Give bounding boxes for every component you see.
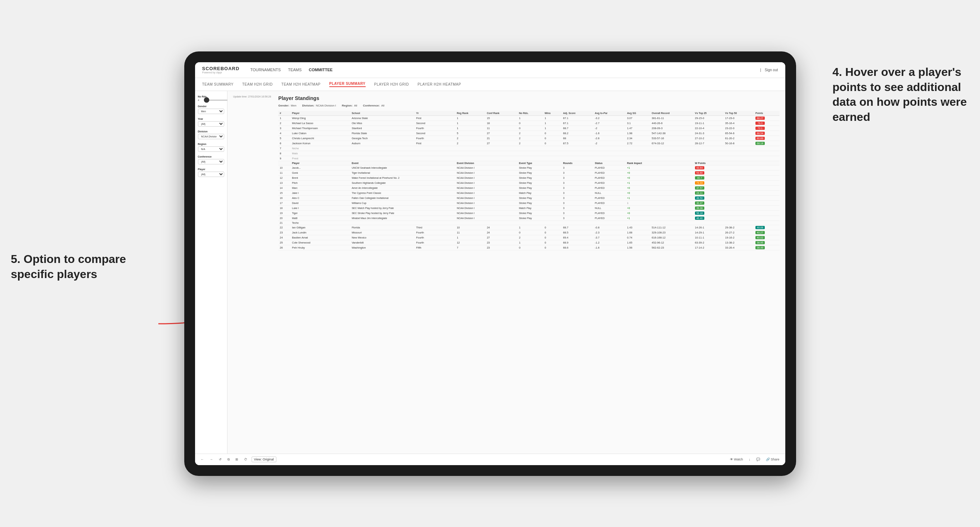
cell-points: 38.49 <box>754 245 780 250</box>
cell-conf-rank: 11 <box>485 125 517 130</box>
cell-no-rds: 2 <box>517 130 543 136</box>
table-row[interactable]: 1 Wenyi Ding Arizona State First 1 15 1 … <box>278 116 779 121</box>
table-row[interactable]: 26 Petr Hruby Washington Fifth 7 23 0 0 … <box>278 245 779 250</box>
exp-rounds: 3 <box>562 210 593 216</box>
cell-reg-rank: 1 <box>455 125 485 130</box>
gender-select[interactable]: Men Women All <box>198 109 224 114</box>
points-badge[interactable]: 40.27 <box>756 231 765 234</box>
points-badge[interactable]: 88.54 <box>756 132 765 135</box>
toolbar-copy[interactable]: ⧉ <box>226 457 231 462</box>
w-points-badge[interactable]: 48.50 <box>695 197 704 200</box>
expanded-table-row[interactable]: 15 Jake I The Cypress Point Classic NCAA… <box>278 190 779 195</box>
cell-vs50: 29-38-2 <box>724 225 754 230</box>
nav-teams[interactable]: TEAMS <box>288 66 302 73</box>
expanded-table-row[interactable]: 18 Luke I SEC Match Play hosted by Jerry… <box>278 205 779 210</box>
points-badge[interactable]: 72.1 <box>756 127 765 130</box>
toolbar-chat[interactable]: 💬 <box>755 457 762 462</box>
w-points-badge[interactable]: 39.38 <box>695 206 704 210</box>
w-points-badge[interactable]: 40.7 <box>695 176 704 179</box>
expanded-table-row[interactable]: 11 Gonk Tiger Invitational NCAA Division… <box>278 170 779 175</box>
cell-vs50: 65-54-6 <box>724 130 754 136</box>
cell-reg-rank: 11 <box>455 230 485 235</box>
w-points-badge[interactable]: 73.33 <box>695 181 704 184</box>
region-select[interactable]: N/A <box>198 146 224 152</box>
toolbar-refresh[interactable]: ↺ <box>217 457 223 462</box>
cell-wins: 0 <box>543 136 562 141</box>
table-row[interactable]: 22 Ian Gilligan Florida Third 10 24 1 0 … <box>278 225 779 230</box>
cell-points: 72.1 <box>754 125 780 130</box>
division-select[interactable]: NCAA Division I <box>198 134 224 139</box>
w-points-badge[interactable]: 46.40 <box>695 217 704 220</box>
toolbar-clock[interactable]: ⏱ <box>243 457 249 462</box>
toolbar-view[interactable]: View: Original <box>251 457 277 462</box>
table-row[interactable]: 24 Bastien Amat New Mexico Fourth 1 27 2… <box>278 235 779 240</box>
expanded-table-row[interactable]: 17 David Williams Cup NCAA Division I St… <box>278 200 779 205</box>
expanded-table-row[interactable]: 21 Techo <box>278 221 779 225</box>
points-badge[interactable]: 40.02 <box>756 236 765 239</box>
year-select[interactable]: (All) <box>198 121 224 127</box>
table-row[interactable]: 2 Michael La Sasso Ole Miss Second 1 18 … <box>278 121 779 125</box>
points-badge[interactable]: 48.68 <box>756 226 765 229</box>
points-badge[interactable]: 78.3 <box>756 122 765 125</box>
expanded-table-row[interactable]: 20 Mattl Mirabel Maui Jim Intercollegiat… <box>278 216 779 221</box>
table-row[interactable]: 9Prest <box>278 156 779 161</box>
cell-player: Jack Lundin <box>290 230 350 235</box>
nav-committee[interactable]: COMMITTEE <box>309 66 332 73</box>
exp-type: Stroke Play <box>517 185 562 190</box>
w-points-badge[interactable]: 43.64 <box>695 166 704 170</box>
table-row[interactable]: 23 Jack Lundin Missouri Fourth 11 24 0 0… <box>278 230 779 235</box>
table-row[interactable]: 7Niche <box>278 146 779 151</box>
nav-tournaments[interactable]: TOURNAMENTS <box>250 66 281 73</box>
toolbar-link[interactable]: ⊞ <box>234 457 240 462</box>
w-points-badge[interactable]: 56.18 <box>695 211 704 215</box>
subnav-team-h2h-heatmap[interactable]: TEAM H2H HEATMAP <box>282 83 321 86</box>
points-badge[interactable]: 38.95 <box>756 241 765 244</box>
expanded-table-row[interactable]: 14 Marc Amer An Intercollegiate NCAA Div… <box>278 185 779 190</box>
subnav-player-summary[interactable]: PLAYER SUMMARY <box>329 82 366 87</box>
sidebar-region-label: Region <box>198 143 224 145</box>
expanded-table-row[interactable]: 16 Alex C Fallen Oak Collegiate Invitati… <box>278 195 779 200</box>
exp-rank: 13 <box>278 180 290 185</box>
toolbar-share[interactable]: 🔗 Share <box>764 457 781 462</box>
exp-status: NULL <box>593 205 625 210</box>
subnav-team-h2h-grid[interactable]: TEAM H2H GRID <box>242 83 273 86</box>
table-row[interactable]: 8Mats <box>278 151 779 156</box>
exp-player: Jacob... <box>290 165 350 170</box>
exp-rounds: 3 <box>562 170 593 175</box>
table-row[interactable]: 4 Luke Claton Florida State Second 5 27 … <box>278 130 779 136</box>
toolbar-back[interactable]: ← <box>199 457 205 462</box>
cell-no-rds: 1 <box>517 225 543 230</box>
expanded-table-row[interactable]: 12 Brent Wake Forest Invitational at Pin… <box>278 175 779 180</box>
expanded-table-row[interactable]: 19 Tiger SEC Stroke Play hosted by Jerry… <box>278 210 779 216</box>
subnav-team-summary[interactable]: TEAM SUMMARY <box>202 83 234 86</box>
subnav-player-h2h-heatmap[interactable]: PLAYER H2H HEATMAP <box>417 83 461 86</box>
table-row[interactable]: 6 Jackson Koirun Auburn First 2 27 2 0 8… <box>278 141 779 146</box>
player-select[interactable]: (All) <box>198 171 224 177</box>
table-row[interactable]: 5 Christo Lamprecht Georgia Tech Fourth … <box>278 136 779 141</box>
points-badge[interactable]: 88.27 <box>756 117 765 120</box>
points-badge[interactable]: 80.89 <box>756 137 765 140</box>
exp-rounds: 3 <box>562 185 593 190</box>
sidebar-region: Region N/A <box>198 143 224 152</box>
toolbar-forward[interactable]: → <box>208 457 215 462</box>
subnav-player-h2h-grid[interactable]: PLAYER H2H GRID <box>374 83 409 86</box>
table-row[interactable]: 25 Cole Sherwood Vanderbilt Fourth 12 23… <box>278 240 779 245</box>
exp-rank: 18 <box>278 205 290 210</box>
w-points-badge[interactable]: 37.57 <box>695 186 704 190</box>
expanded-table-row[interactable]: 10 Jacob... UNCW Seahawk Intercollegiate… <box>278 165 779 170</box>
points-badge[interactable]: 68.18 <box>756 142 765 145</box>
conference-select[interactable]: (All) <box>198 159 224 164</box>
table-row[interactable]: 3 Michael Thorbjornsen Stanford Fourth 1… <box>278 125 779 130</box>
cell-overall: 562-62-23 <box>650 245 694 250</box>
expanded-table-row[interactable]: 13 Pitch Southern Highlands Collegiate N… <box>278 180 779 185</box>
toolbar-watch[interactable]: 👁 Watch <box>729 457 745 462</box>
w-points-badge[interactable]: 24.11 <box>695 191 704 195</box>
w-points-badge[interactable]: 53.60 <box>695 171 704 175</box>
toolbar-download[interactable]: ↓ <box>747 457 752 462</box>
points-badge[interactable]: 38.49 <box>756 246 765 249</box>
cell-vs25: 29-15-0 <box>694 116 724 121</box>
cell-avg-to-par: -1.6 <box>593 245 625 250</box>
w-points-badge[interactable]: 30.47 <box>695 202 704 205</box>
sign-out-link[interactable]: Sign out <box>765 68 778 72</box>
exp-rank-impact: +0 <box>625 205 693 210</box>
